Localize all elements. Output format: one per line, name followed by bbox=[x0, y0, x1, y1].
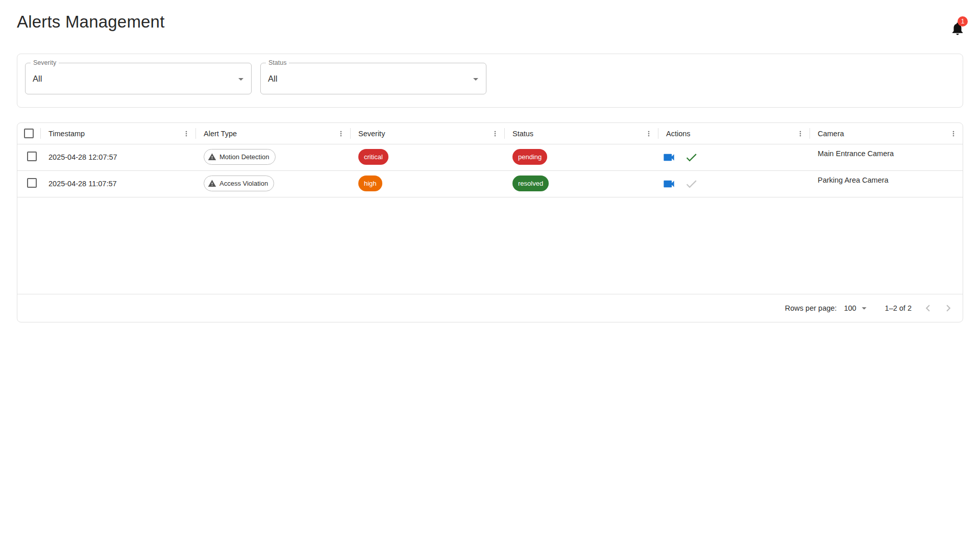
warning-icon bbox=[208, 153, 216, 161]
column-header-alert-type[interactable]: Alert Type bbox=[195, 123, 350, 144]
page-title: Alerts Management bbox=[17, 12, 165, 32]
alert-type-label: Motion Detection bbox=[219, 153, 270, 161]
check-icon bbox=[684, 151, 698, 164]
filters-panel: Severity All Status All bbox=[17, 54, 963, 108]
camera-cell: Main Entrance Camera bbox=[818, 149, 894, 158]
row-checkbox[interactable] bbox=[27, 178, 37, 188]
column-separator bbox=[40, 128, 41, 139]
alerts-table: Timestamp Alert Type Severity Status Act… bbox=[17, 122, 963, 322]
alert-type-chip: Motion Detection bbox=[204, 149, 276, 165]
column-separator bbox=[658, 128, 658, 139]
videocam-icon bbox=[662, 177, 676, 191]
resolve-alert-button[interactable] bbox=[681, 147, 701, 167]
warning-icon bbox=[208, 179, 216, 188]
column-menu-icon[interactable] bbox=[644, 129, 654, 139]
chevron-right-icon bbox=[942, 302, 955, 315]
status-chip: pending bbox=[512, 149, 547, 165]
timestamp-cell: 2025-04-28 11:07:57 bbox=[48, 170, 117, 197]
pagination-range-label: 1–2 of 2 bbox=[885, 304, 912, 312]
column-header-status[interactable]: Status bbox=[504, 123, 658, 144]
chevron-down-icon bbox=[470, 73, 482, 87]
camera-cell: Parking Area Camera bbox=[818, 176, 889, 184]
column-header-actions[interactable]: Actions bbox=[658, 123, 810, 144]
chevron-left-icon bbox=[921, 302, 935, 315]
column-separator bbox=[810, 128, 810, 139]
alert-type-label: Access Violation bbox=[219, 180, 268, 187]
resolve-alert-button[interactable] bbox=[681, 173, 701, 194]
status-filter-value: All bbox=[261, 74, 277, 84]
column-header-timestamp[interactable]: Timestamp bbox=[40, 123, 195, 144]
rows-per-page-value: 100 bbox=[844, 304, 856, 312]
column-menu-icon[interactable] bbox=[336, 129, 346, 139]
rows-per-page-select[interactable]: 100 bbox=[844, 303, 869, 314]
severity-filter-label: Severity bbox=[31, 59, 59, 67]
check-icon bbox=[684, 177, 698, 191]
view-camera-button[interactable] bbox=[658, 147, 679, 167]
timestamp-cell: 2025-04-28 12:07:57 bbox=[48, 144, 117, 170]
column-header-camera[interactable]: Camera bbox=[810, 123, 963, 144]
row-checkbox[interactable] bbox=[27, 152, 37, 161]
status-filter-select[interactable]: Status All bbox=[260, 63, 486, 94]
column-menu-icon[interactable] bbox=[948, 129, 959, 139]
table-header-row: Timestamp Alert Type Severity Status Act… bbox=[17, 123, 963, 144]
column-menu-icon[interactable] bbox=[490, 129, 500, 139]
view-camera-button[interactable] bbox=[658, 173, 679, 194]
table-row: 2025-04-28 12:07:57 Motion Detection cri… bbox=[17, 144, 963, 171]
severity-filter-value: All bbox=[26, 74, 42, 84]
videocam-icon bbox=[662, 151, 676, 164]
notification-badge: 1 bbox=[958, 16, 968, 27]
column-menu-icon[interactable] bbox=[795, 129, 805, 139]
severity-chip: high bbox=[358, 176, 382, 191]
severity-chip: critical bbox=[358, 149, 388, 165]
column-separator bbox=[350, 128, 351, 139]
severity-filter-select[interactable]: Severity All bbox=[25, 63, 252, 94]
column-menu-icon[interactable] bbox=[181, 129, 191, 139]
status-filter-label: Status bbox=[266, 59, 289, 67]
previous-page-button[interactable] bbox=[918, 298, 938, 318]
select-all-checkbox[interactable] bbox=[24, 129, 34, 138]
column-separator bbox=[195, 128, 196, 139]
chevron-down-icon bbox=[235, 73, 247, 87]
chevron-down-icon bbox=[859, 303, 870, 314]
next-page-button[interactable] bbox=[938, 298, 959, 318]
column-header-severity[interactable]: Severity bbox=[350, 123, 504, 144]
table-pagination: Rows per page: 100 1–2 of 2 bbox=[17, 294, 963, 322]
column-separator bbox=[504, 128, 505, 139]
alert-type-chip: Access Violation bbox=[204, 176, 274, 191]
table-row: 2025-04-28 11:07:57 Access Violation hig… bbox=[17, 170, 963, 197]
status-chip: resolved bbox=[512, 176, 549, 191]
rows-per-page-label: Rows per page: bbox=[785, 304, 837, 312]
